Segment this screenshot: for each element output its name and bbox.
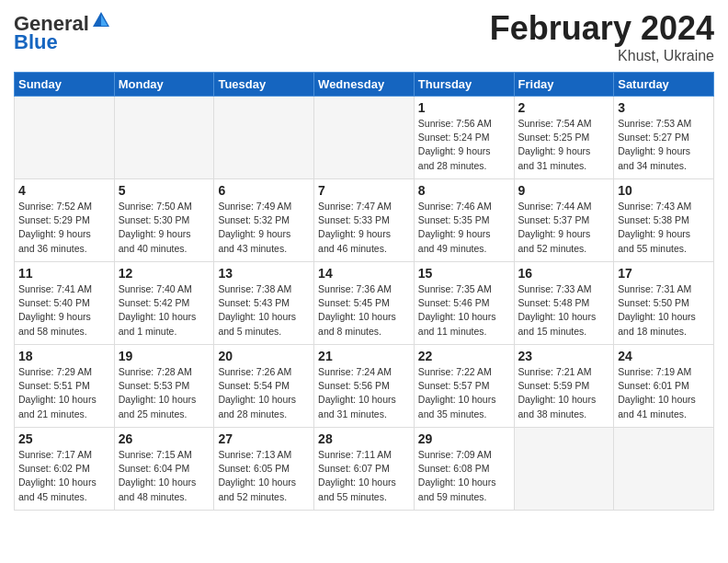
- calendar-cell: 12Sunrise: 7:40 AM Sunset: 5:42 PM Dayli…: [114, 262, 214, 345]
- calendar-cell: 26Sunrise: 7:15 AM Sunset: 6:04 PM Dayli…: [114, 428, 214, 511]
- calendar-header-row: SundayMondayTuesdayWednesdayThursdayFrid…: [15, 73, 714, 97]
- day-number: 29: [418, 431, 510, 446]
- day-number: 13: [218, 266, 310, 281]
- day-info: Sunrise: 7:33 AM Sunset: 5:48 PM Dayligh…: [518, 282, 610, 339]
- calendar-week-1: 1Sunrise: 7:56 AM Sunset: 5:24 PM Daylig…: [15, 97, 714, 179]
- day-info: Sunrise: 7:44 AM Sunset: 5:37 PM Dayligh…: [518, 200, 610, 256]
- calendar-cell: 20Sunrise: 7:26 AM Sunset: 5:54 PM Dayli…: [214, 345, 314, 428]
- calendar-cell: 21Sunrise: 7:24 AM Sunset: 5:56 PM Dayli…: [314, 345, 415, 428]
- calendar-cell: 14Sunrise: 7:36 AM Sunset: 5:45 PM Dayli…: [314, 262, 415, 345]
- day-info: Sunrise: 7:28 AM Sunset: 5:53 PM Dayligh…: [119, 365, 210, 421]
- calendar-cell: 18Sunrise: 7:29 AM Sunset: 5:51 PM Dayli…: [15, 345, 115, 428]
- day-info: Sunrise: 7:17 AM Sunset: 6:02 PM Dayligh…: [18, 448, 110, 504]
- day-info: Sunrise: 7:50 AM Sunset: 5:30 PM Dayligh…: [119, 200, 210, 256]
- day-number: 23: [518, 349, 610, 363]
- day-number: 9: [518, 183, 610, 198]
- day-number: 7: [318, 183, 410, 198]
- day-info: Sunrise: 7:56 AM Sunset: 5:24 PM Dayligh…: [418, 117, 510, 173]
- day-number: 8: [418, 183, 510, 198]
- calendar-cell: 11Sunrise: 7:41 AM Sunset: 5:40 PM Dayli…: [15, 262, 115, 345]
- day-info: Sunrise: 7:26 AM Sunset: 5:54 PM Dayligh…: [218, 365, 310, 421]
- day-header-thursday: Thursday: [414, 73, 514, 97]
- calendar-cell: 19Sunrise: 7:28 AM Sunset: 5:53 PM Dayli…: [114, 345, 214, 428]
- day-number: 17: [618, 266, 710, 281]
- calendar-cell: 8Sunrise: 7:46 AM Sunset: 5:35 PM Daylig…: [414, 179, 514, 262]
- day-info: Sunrise: 7:36 AM Sunset: 5:45 PM Dayligh…: [318, 282, 410, 339]
- day-info: Sunrise: 7:22 AM Sunset: 5:57 PM Dayligh…: [418, 365, 510, 421]
- day-info: Sunrise: 7:41 AM Sunset: 5:40 PM Dayligh…: [18, 282, 110, 339]
- calendar-cell: [314, 97, 415, 179]
- logo-icon: [91, 10, 111, 30]
- calendar-cell: 17Sunrise: 7:31 AM Sunset: 5:50 PM Dayli…: [614, 262, 714, 345]
- day-info: Sunrise: 7:49 AM Sunset: 5:32 PM Dayligh…: [218, 200, 310, 256]
- calendar-week-3: 11Sunrise: 7:41 AM Sunset: 5:40 PM Dayli…: [15, 262, 714, 345]
- calendar-cell: 27Sunrise: 7:13 AM Sunset: 6:05 PM Dayli…: [214, 428, 314, 511]
- day-number: 2: [518, 100, 610, 115]
- day-header-tuesday: Tuesday: [214, 73, 314, 97]
- calendar-cell: [214, 97, 314, 179]
- day-header-wednesday: Wednesday: [314, 73, 415, 97]
- calendar-cell: 28Sunrise: 7:11 AM Sunset: 6:07 PM Dayli…: [314, 428, 415, 511]
- day-header-friday: Friday: [514, 73, 614, 97]
- day-info: Sunrise: 7:24 AM Sunset: 5:56 PM Dayligh…: [318, 365, 410, 421]
- day-number: 15: [418, 266, 510, 281]
- calendar-cell: 4Sunrise: 7:52 AM Sunset: 5:29 PM Daylig…: [15, 179, 115, 262]
- day-info: Sunrise: 7:29 AM Sunset: 5:51 PM Dayligh…: [18, 365, 110, 421]
- page-header: General Blue February 2024 Khust, Ukrain…: [14, 9, 714, 64]
- day-info: Sunrise: 7:15 AM Sunset: 6:04 PM Dayligh…: [119, 448, 210, 504]
- day-number: 18: [18, 349, 110, 363]
- calendar-cell: 13Sunrise: 7:38 AM Sunset: 5:43 PM Dayli…: [214, 262, 314, 345]
- day-number: 22: [418, 349, 510, 363]
- title-block: February 2024 Khust, Ukraine: [490, 9, 714, 64]
- day-info: Sunrise: 7:11 AM Sunset: 6:07 PM Dayligh…: [318, 448, 410, 504]
- day-info: Sunrise: 7:09 AM Sunset: 6:08 PM Dayligh…: [418, 448, 510, 504]
- day-number: 24: [618, 349, 710, 363]
- day-number: 11: [18, 266, 110, 281]
- day-info: Sunrise: 7:43 AM Sunset: 5:38 PM Dayligh…: [618, 200, 710, 256]
- calendar-cell: 7Sunrise: 7:47 AM Sunset: 5:33 PM Daylig…: [314, 179, 415, 262]
- calendar-cell: 10Sunrise: 7:43 AM Sunset: 5:38 PM Dayli…: [614, 179, 714, 262]
- day-info: Sunrise: 7:52 AM Sunset: 5:29 PM Dayligh…: [18, 200, 110, 256]
- calendar-cell: 25Sunrise: 7:17 AM Sunset: 6:02 PM Dayli…: [15, 428, 115, 511]
- calendar-cell: 23Sunrise: 7:21 AM Sunset: 5:59 PM Dayli…: [514, 345, 614, 428]
- day-number: 12: [119, 266, 210, 281]
- day-header-saturday: Saturday: [614, 73, 714, 97]
- day-info: Sunrise: 7:13 AM Sunset: 6:05 PM Dayligh…: [218, 448, 310, 504]
- calendar-cell: [15, 97, 115, 179]
- day-info: Sunrise: 7:31 AM Sunset: 5:50 PM Dayligh…: [618, 282, 710, 339]
- day-info: Sunrise: 7:38 AM Sunset: 5:43 PM Dayligh…: [218, 282, 310, 339]
- calendar-cell: 3Sunrise: 7:53 AM Sunset: 5:27 PM Daylig…: [614, 97, 714, 179]
- day-number: 4: [18, 183, 110, 198]
- day-info: Sunrise: 7:46 AM Sunset: 5:35 PM Dayligh…: [418, 200, 510, 256]
- calendar-cell: [514, 428, 614, 511]
- calendar-week-5: 25Sunrise: 7:17 AM Sunset: 6:02 PM Dayli…: [15, 428, 714, 511]
- day-number: 27: [218, 431, 310, 446]
- calendar-title: February 2024: [490, 9, 714, 48]
- calendar-cell: 15Sunrise: 7:35 AM Sunset: 5:46 PM Dayli…: [414, 262, 514, 345]
- day-info: Sunrise: 7:21 AM Sunset: 5:59 PM Dayligh…: [518, 365, 610, 421]
- day-info: Sunrise: 7:19 AM Sunset: 6:01 PM Dayligh…: [618, 365, 710, 421]
- day-number: 20: [218, 349, 310, 363]
- day-number: 1: [418, 100, 510, 115]
- calendar-cell: 1Sunrise: 7:56 AM Sunset: 5:24 PM Daylig…: [414, 97, 514, 179]
- calendar-table: SundayMondayTuesdayWednesdayThursdayFrid…: [14, 72, 714, 511]
- day-header-monday: Monday: [114, 73, 214, 97]
- calendar-cell: 6Sunrise: 7:49 AM Sunset: 5:32 PM Daylig…: [214, 179, 314, 262]
- day-number: 10: [618, 183, 710, 198]
- day-number: 21: [318, 349, 410, 363]
- day-info: Sunrise: 7:40 AM Sunset: 5:42 PM Dayligh…: [119, 282, 210, 339]
- calendar-cell: [614, 428, 714, 511]
- day-info: Sunrise: 7:47 AM Sunset: 5:33 PM Dayligh…: [318, 200, 410, 256]
- day-header-sunday: Sunday: [15, 73, 115, 97]
- calendar-cell: 16Sunrise: 7:33 AM Sunset: 5:48 PM Dayli…: [514, 262, 614, 345]
- calendar-location: Khust, Ukraine: [490, 48, 714, 64]
- calendar-cell: 5Sunrise: 7:50 AM Sunset: 5:30 PM Daylig…: [114, 179, 214, 262]
- calendar-cell: 24Sunrise: 7:19 AM Sunset: 6:01 PM Dayli…: [614, 345, 714, 428]
- logo: General Blue: [14, 13, 111, 53]
- calendar-cell: [114, 97, 214, 179]
- day-number: 25: [18, 431, 110, 446]
- calendar-week-2: 4Sunrise: 7:52 AM Sunset: 5:29 PM Daylig…: [15, 179, 714, 262]
- day-number: 19: [119, 349, 210, 363]
- day-number: 5: [119, 183, 210, 198]
- day-number: 16: [518, 266, 610, 281]
